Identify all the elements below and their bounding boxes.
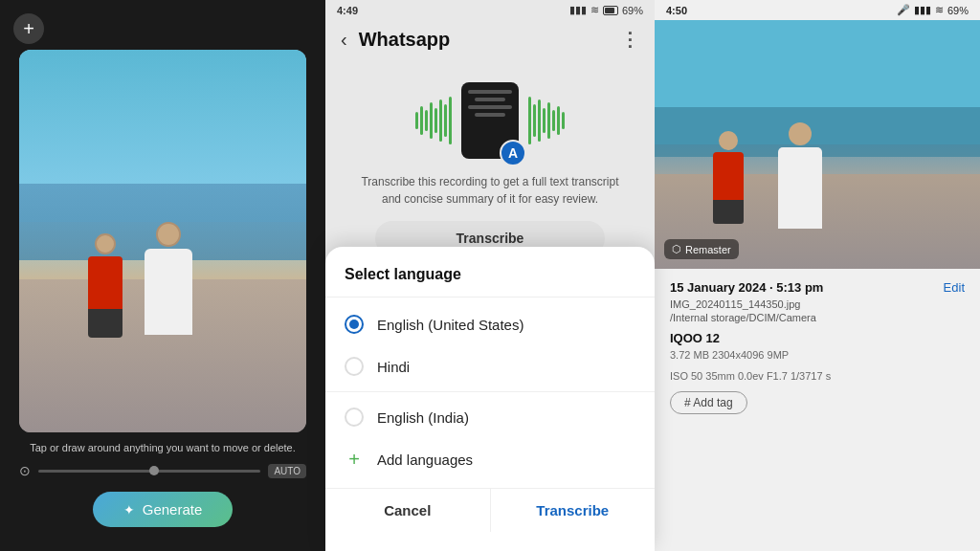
photo-specs-line1: 3.72 MB 2304x4096 9MP xyxy=(670,349,965,361)
wbar xyxy=(434,108,437,133)
wbar xyxy=(415,112,418,129)
waveform-right xyxy=(528,97,565,144)
status-icons-p2: ▮▮▮ ≋ 69% xyxy=(569,4,643,16)
sheet-actions: Cancel Transcribe xyxy=(325,488,655,532)
pants-left xyxy=(88,309,122,338)
p3-head-right xyxy=(789,122,812,145)
p3-pants-left xyxy=(713,200,744,224)
generate-button[interactable]: ✦ Generate xyxy=(93,492,234,527)
add-languages-label: Add languages xyxy=(377,452,473,468)
waveform-left xyxy=(415,97,452,144)
wbar xyxy=(420,106,423,135)
wbar xyxy=(430,102,433,139)
option-label-hindi: Hindi xyxy=(377,359,410,375)
language-select-sheet: Select language English (United States) … xyxy=(325,247,655,551)
body-red xyxy=(88,256,122,309)
radio-english-india xyxy=(345,408,364,427)
edit-button-p3[interactable]: Edit xyxy=(944,280,965,295)
wbar xyxy=(449,97,452,144)
slider-thumb xyxy=(149,466,159,475)
sheet-divider xyxy=(325,391,655,392)
language-option-hindi[interactable]: Hindi xyxy=(325,345,655,387)
sparkle-icon: ✦ xyxy=(123,502,135,518)
head-right xyxy=(156,222,181,247)
photo-date: 15 January 2024 · 5:13 pm xyxy=(670,280,823,295)
battery-pct-p3: 69% xyxy=(947,5,969,16)
wbar xyxy=(425,110,428,131)
remaster-button[interactable]: ⬡ Remaster xyxy=(664,239,739,259)
slider-row: ⊙ AUTO xyxy=(19,463,306,478)
head-left xyxy=(95,233,116,254)
signal-icon-p2: ▮▮▮ xyxy=(569,4,587,16)
add-languages-option[interactable]: + Add languages xyxy=(325,438,655,480)
hint-text: Tap or draw around anything you want to … xyxy=(11,442,315,453)
more-button-p2[interactable]: ⋮ xyxy=(620,28,639,51)
language-option-english-us[interactable]: English (United States) xyxy=(325,303,655,345)
option-label-english-us: English (United States) xyxy=(377,317,523,333)
sheet-confirm-button[interactable]: Transcribe xyxy=(491,489,656,532)
sheet-title: Select language xyxy=(325,266,655,298)
status-icons-p3: 🎤 ▮▮▮ ≋ 69% xyxy=(897,4,969,16)
person-left xyxy=(82,233,128,348)
language-option-english-india[interactable]: English (India) xyxy=(325,396,655,438)
tag-label: # Add tag xyxy=(684,396,733,409)
panel-ai-editor: + Tap or draw around anything you want t… xyxy=(0,0,325,551)
status-time-p3: 4:50 xyxy=(666,5,687,16)
remaster-icon: ⬡ xyxy=(672,243,681,255)
wifi-icon-p3: ≋ xyxy=(935,4,944,16)
phone-line xyxy=(468,90,513,94)
photo-info-panel: 15 January 2024 · 5:13 pm Edit IMG_20240… xyxy=(655,269,980,426)
slider-icon: ⊙ xyxy=(19,463,31,478)
photo-specs-line2: ISO 50 35mm 0.0ev F1.7 1/3717 s xyxy=(670,370,965,382)
transcribe-illustration: A xyxy=(325,77,655,164)
wbar xyxy=(552,110,555,131)
device-name: IQOO 12 xyxy=(670,331,965,345)
person-right xyxy=(140,222,197,356)
mic-icon-p3: 🎤 xyxy=(897,4,910,16)
panel-whatsapp: 4:49 ▮▮▮ ≋ 69% ‹ Whatsapp ⋮ A xyxy=(325,0,655,551)
panel-photo-detail: 4:50 🎤 ▮▮▮ ≋ 69% ⬡ Remaster 15 January 2… xyxy=(655,0,980,551)
p3-body-white xyxy=(778,147,822,229)
p2-header: ‹ Whatsapp ⋮ xyxy=(325,20,655,58)
add-tag-button[interactable]: # Add tag xyxy=(670,391,747,414)
wbar xyxy=(547,102,550,139)
phone-line xyxy=(475,113,504,117)
status-bar-p3: 4:50 🎤 ▮▮▮ ≋ 69% xyxy=(655,0,980,20)
brush-size-slider[interactable] xyxy=(38,470,260,473)
status-time-p2: 4:49 xyxy=(337,5,358,16)
option-label-english-india: English (India) xyxy=(377,409,469,426)
photo-preview xyxy=(19,50,306,432)
wbar xyxy=(444,104,447,137)
battery-pct-p2: 69% xyxy=(622,5,643,16)
wifi-icon-p2: ≋ xyxy=(590,4,599,16)
wbar xyxy=(528,97,531,144)
back-button-p2[interactable]: ‹ xyxy=(341,30,347,49)
radio-inner-selected xyxy=(349,320,359,329)
wbar xyxy=(543,108,546,133)
photo-filename: IMG_20240115_144350.jpg xyxy=(670,298,965,310)
battery-icon-p2 xyxy=(603,6,618,15)
wbar xyxy=(557,106,560,135)
wbar xyxy=(538,99,541,142)
radio-english-us xyxy=(345,315,364,334)
auto-badge: AUTO xyxy=(268,464,306,478)
status-bar-p2: 4:49 ▮▮▮ ≋ 69% xyxy=(325,0,655,20)
photo-full-image: ⬡ Remaster xyxy=(655,20,980,269)
generate-label: Generate xyxy=(143,501,203,518)
plus-icon: + xyxy=(23,18,34,40)
p2-title: Whatsapp xyxy=(359,29,609,51)
date-row: 15 January 2024 · 5:13 pm Edit xyxy=(670,280,965,295)
body-white xyxy=(145,249,192,335)
wbar xyxy=(439,99,442,142)
photo-content xyxy=(19,50,306,432)
p3-person-right xyxy=(778,122,822,229)
add-button[interactable]: + xyxy=(13,13,44,44)
photo-filepath: /Internal storage/DCIM/Camera xyxy=(670,312,965,323)
phone-mockup: A xyxy=(461,82,519,159)
add-language-icon: + xyxy=(345,450,364,469)
sheet-cancel-button[interactable]: Cancel xyxy=(325,489,491,532)
translate-badge: A xyxy=(500,140,526,166)
wbar xyxy=(562,112,565,129)
p3-person-left xyxy=(713,131,744,224)
p3-body-red xyxy=(713,152,744,200)
